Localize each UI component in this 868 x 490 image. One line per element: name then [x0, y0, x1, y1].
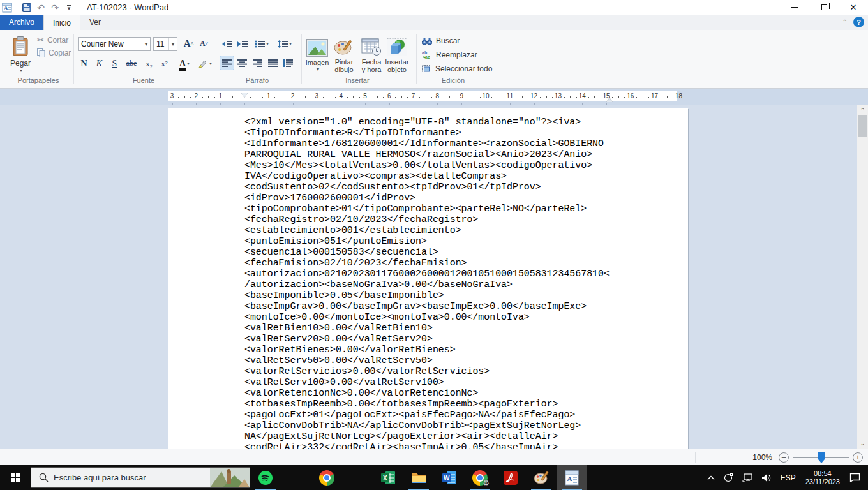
replace-label: Reemplazar — [436, 50, 477, 59]
cut-label: Cortar — [47, 36, 68, 45]
ruler-number: 4 — [339, 93, 343, 100]
taskbar-app-word[interactable]: W — [434, 465, 465, 490]
shrink-font-button[interactable]: A˅ — [197, 36, 211, 51]
help-button[interactable]: ? — [853, 17, 864, 27]
tray-expand-button[interactable] — [703, 465, 719, 490]
ruler-tick — [401, 96, 402, 98]
font-size-combo[interactable]: 11 ▾ — [153, 37, 177, 51]
taskbar-app-spotify[interactable] — [250, 465, 281, 490]
taskbar-app-explorer[interactable] — [403, 465, 434, 490]
scroll-down-button[interactable]: ⌄ — [857, 438, 868, 449]
date-time-button[interactable]: Fecha y hora — [358, 34, 385, 77]
align-right-button[interactable] — [250, 56, 265, 70]
highlight-button[interactable]: ▾ — [195, 56, 214, 71]
line-spacing-button[interactable]: ▾ — [274, 36, 295, 51]
align-left-button[interactable] — [220, 56, 234, 70]
scrollbar-thumb[interactable] — [858, 115, 867, 137]
taskbar-app-edge[interactable] — [281, 465, 311, 490]
bold-label: N — [80, 59, 87, 69]
font-color-button[interactable]: A ▾ — [175, 56, 194, 71]
scroll-down-icon: ⌄ — [860, 440, 865, 447]
taskbar-app-acrobat[interactable] — [495, 465, 526, 490]
start-button[interactable] — [0, 465, 31, 490]
taskbar-app-excel[interactable]: X — [373, 465, 403, 490]
font-family-combo[interactable]: Courier New ▾ — [78, 37, 151, 51]
clock[interactable]: 08:54 23/11/2023 — [800, 470, 845, 486]
zoom-in-button[interactable]: + — [853, 452, 863, 463]
ruler-tick — [250, 97, 251, 98]
insert-object-button[interactable]: Insertar objeto — [384, 34, 410, 77]
qat-customize-button[interactable]: ▾ — [63, 1, 75, 14]
network-button[interactable] — [738, 465, 757, 490]
insert-image-button[interactable]: Imagen ▾ — [304, 34, 331, 77]
zoom-out-button[interactable]: – — [779, 452, 789, 463]
tab-inicio[interactable]: Inicio — [43, 15, 80, 30]
minimize-button[interactable] — [780, 0, 809, 15]
redo-button[interactable]: ↷ — [49, 1, 61, 14]
justify-button[interactable] — [266, 56, 280, 70]
ruler-tick — [257, 96, 257, 98]
group-separator — [216, 34, 216, 84]
explorer-icon — [411, 470, 426, 486]
paste-button[interactable]: Pegar ▾ — [8, 34, 33, 75]
clock-date: 23/11/2023 — [805, 478, 840, 486]
list-button[interactable]: ▾ — [251, 36, 272, 51]
ruler-tick — [347, 97, 348, 98]
italic-button[interactable]: K — [92, 56, 107, 71]
scroll-up-button[interactable]: ⌃ — [857, 105, 868, 115]
volume-button[interactable] — [757, 465, 776, 490]
undo-icon: ↶ — [37, 3, 45, 12]
zoom-slider-thumb[interactable] — [818, 452, 825, 463]
grow-font-button[interactable]: A˄ — [181, 36, 196, 51]
action-center-button[interactable] — [845, 465, 868, 490]
increase-indent-button[interactable] — [235, 36, 250, 51]
align-center-icon — [237, 59, 247, 67]
taskbar-app-paint[interactable] — [526, 465, 557, 490]
first-line-indent-marker[interactable] — [241, 93, 248, 98]
taskbar-app-chrome-gear[interactable]: ⚙ — [465, 465, 495, 490]
subscript-button[interactable]: x₂ — [142, 56, 156, 71]
close-button[interactable]: ✕ — [839, 0, 868, 15]
taskbar-app-firefox[interactable] — [342, 465, 373, 490]
taskbar-app-wordpad[interactable]: A — [557, 465, 587, 490]
strikethrough-button[interactable]: abe — [123, 56, 140, 71]
svg-text:ac: ac — [425, 55, 430, 59]
bold-button[interactable]: N — [77, 56, 91, 71]
language-indicator[interactable]: ESP — [776, 465, 800, 490]
save-button[interactable] — [20, 1, 33, 14]
replace-button[interactable]: ab ac Reemplazar — [421, 49, 478, 61]
cut-copy-column: ✂ Cortar Copiar — [37, 35, 71, 57]
underline-button[interactable]: S — [107, 56, 122, 71]
superscript-button[interactable]: x² — [157, 56, 172, 71]
select-all-button[interactable]: Seleccionar todo — [421, 63, 493, 75]
tray-circle-button[interactable] — [719, 465, 738, 490]
cut-button[interactable]: ✂ Cortar — [37, 35, 71, 45]
undo-button[interactable]: ↶ — [34, 1, 47, 14]
find-button[interactable]: Buscar — [421, 35, 460, 47]
paint-drawing-button[interactable]: Pintar dibujo — [331, 34, 357, 77]
taskbar-search-box[interactable]: Escribe aquí para buscar — [31, 467, 250, 488]
copy-button[interactable]: Copiar — [37, 48, 71, 57]
line-spacing-dropdown-arrow: ▾ — [289, 41, 292, 47]
decrease-indent-button[interactable] — [220, 36, 234, 51]
vertical-scrollbar[interactable]: ⌃ ⌄ — [857, 105, 868, 449]
word-icon: W — [442, 470, 457, 486]
language-label: ESP — [781, 473, 796, 482]
wordpad-app-icon[interactable]: A — [1, 1, 13, 14]
collapse-ribbon-button[interactable]: ⌃ — [842, 19, 848, 26]
select-all-label: Seleccionar todo — [435, 64, 492, 73]
ruler-tick — [468, 97, 468, 98]
taskbar-app-chrome[interactable] — [311, 465, 342, 490]
restore-button[interactable] — [809, 0, 839, 15]
align-center-button[interactable] — [235, 56, 250, 70]
date-time-label: Fecha y hora — [359, 58, 384, 73]
search-promo-image[interactable] — [210, 468, 250, 487]
ruler-tick — [528, 97, 528, 98]
ruler-tick — [474, 96, 474, 98]
ruler-tick — [371, 97, 371, 98]
tab-ver[interactable]: Ver — [80, 15, 110, 30]
paragraph-settings-button[interactable] — [281, 56, 296, 70]
document-text[interactable]: <?xml version="1.0" encoding="UTF-8" sta… — [168, 108, 688, 449]
tab-archivo[interactable]: Archivo — [0, 15, 43, 30]
tray-circle-icon — [724, 473, 733, 482]
